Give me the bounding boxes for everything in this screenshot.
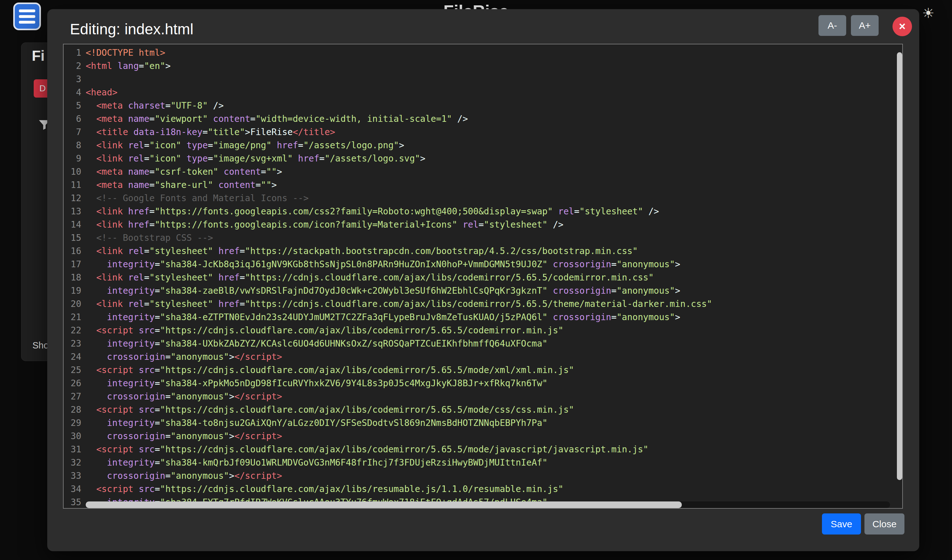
code-line[interactable]: crossorigin="anonymous"></script> — [86, 350, 902, 364]
logo-bar — [19, 21, 35, 24]
line-number: 9 — [63, 152, 81, 165]
code-line[interactable] — [86, 73, 902, 86]
line-number: 4 — [63, 86, 81, 99]
line-number: 20 — [63, 298, 81, 311]
sidebar-heading: Fi — [32, 47, 45, 64]
code-line[interactable]: crossorigin="anonymous"></script> — [86, 469, 902, 483]
code-line[interactable]: <!-- Bootstrap CSS --> — [86, 231, 902, 245]
modal-title: Editing: index.html — [70, 20, 193, 38]
line-number: 3 — [63, 73, 81, 86]
line-number: 26 — [63, 377, 81, 390]
code-line[interactable]: <meta name="share-url" content=""> — [86, 179, 902, 192]
line-number: 18 — [63, 271, 81, 284]
code-line[interactable]: <link rel="stylesheet" href="https://cdn… — [86, 271, 902, 284]
editor-gutter: 1234567891011121314151617181920212223242… — [63, 45, 85, 508]
line-number: 35 — [63, 496, 81, 509]
line-number: 29 — [63, 417, 81, 430]
code-line[interactable]: integrity="sha384-to8njsu2GAiXQnY/aLGzz0… — [86, 417, 902, 430]
code-line[interactable]: <script src="https://cdnjs.cloudflare.co… — [86, 483, 902, 496]
edit-file-modal: Editing: index.html A- A+ × 123456789101… — [47, 9, 919, 551]
code-line[interactable]: crossorigin="anonymous"></script> — [86, 390, 902, 403]
code-line[interactable]: <script src="https://cdnjs.cloudflare.co… — [86, 324, 902, 337]
line-number: 12 — [63, 192, 81, 205]
line-number: 33 — [63, 469, 81, 483]
code-line[interactable]: <!-- Google Fonts and Material Icons --> — [86, 192, 902, 205]
line-number: 28 — [63, 403, 81, 417]
horizontal-scrollbar[interactable] — [86, 501, 682, 508]
line-number: 16 — [63, 245, 81, 258]
code-line[interactable]: <link rel="stylesheet" href="https://cdn… — [86, 298, 902, 311]
code-line[interactable]: integrity="sha384-zaeBlB/vwYsDRSlFajnDd7… — [86, 284, 902, 298]
code-line[interactable]: integrity="sha384-JcKb8q3iqJ61gNV9KGb8th… — [86, 258, 902, 271]
line-number: 23 — [63, 337, 81, 350]
logo-bar — [19, 15, 35, 18]
line-number: 15 — [63, 231, 81, 245]
code-line[interactable]: integrity="sha384-xPpkMo5nDgD98fIcuRVYhx… — [86, 377, 902, 390]
font-increase-button[interactable]: A+ — [851, 15, 879, 36]
code-line[interactable]: integrity="sha384-UXbkZAbZYZ/KCAslc6UO4d… — [86, 337, 902, 350]
line-number: 17 — [63, 258, 81, 271]
code-line[interactable]: <meta charset="UTF-8" /> — [86, 99, 902, 113]
logo-bar — [19, 9, 35, 12]
code-line[interactable]: <html lang="en"> — [86, 60, 902, 73]
line-number: 2 — [63, 60, 81, 73]
code-line[interactable]: <link rel="icon" type="image/svg+xml" hr… — [86, 152, 902, 165]
line-number: 6 — [63, 113, 81, 126]
line-number: 13 — [63, 205, 81, 218]
code-line[interactable]: <script src="https://cdnjs.cloudflare.co… — [86, 403, 902, 417]
line-number: 7 — [63, 126, 81, 139]
line-number: 11 — [63, 179, 81, 192]
code-line[interactable]: <script src="https://cdnjs.cloudflare.co… — [86, 364, 902, 377]
code-line[interactable]: <link href="https://fonts.googleapis.com… — [86, 205, 902, 218]
line-number: 10 — [63, 165, 81, 179]
close-button[interactable]: Close — [864, 514, 904, 534]
code-line[interactable]: crossorigin="anonymous"></script> — [86, 430, 902, 443]
line-number: 22 — [63, 324, 81, 337]
line-number: 24 — [63, 350, 81, 364]
code-line[interactable]: <title data-i18n-key="title">FileRise</t… — [86, 126, 902, 139]
sidebar-footer-label: Sho — [32, 340, 49, 351]
close-icon[interactable]: × — [892, 17, 912, 36]
line-number: 32 — [63, 456, 81, 469]
line-number: 21 — [63, 311, 81, 324]
line-number: 27 — [63, 390, 81, 403]
code-line[interactable]: <link href="https://fonts.googleapis.com… — [86, 218, 902, 231]
code-line[interactable]: <meta name="csrf-token" content=""> — [86, 165, 902, 179]
code-line[interactable]: <link rel="stylesheet" href="https://sta… — [86, 245, 902, 258]
line-number: 14 — [63, 218, 81, 231]
line-number: 31 — [63, 443, 81, 456]
code-editor[interactable]: 1234567891011121314151617181920212223242… — [63, 44, 903, 509]
save-button[interactable]: Save — [822, 514, 861, 534]
app-logo[interactable] — [13, 3, 41, 30]
line-number: 34 — [63, 483, 81, 496]
line-number: 19 — [63, 284, 81, 298]
code-line[interactable]: <link rel="icon" type="image/png" href="… — [86, 139, 902, 152]
code-line[interactable]: <!DOCTYPE html> — [86, 46, 902, 60]
vertical-scrollbar[interactable] — [897, 52, 902, 480]
editor-code[interactable]: <!DOCTYPE html><html lang="en"><head> <m… — [85, 45, 902, 508]
code-line[interactable]: <head> — [86, 86, 902, 99]
code-line[interactable]: <script src="https://cdnjs.cloudflare.co… — [86, 443, 902, 456]
font-decrease-button[interactable]: A- — [819, 15, 846, 36]
line-number: 8 — [63, 139, 81, 152]
theme-toggle-sun-icon[interactable]: ☀ — [922, 5, 934, 21]
code-line[interactable]: integrity="sha384-kmQrbJf09Uo1WRLMDVGoVG… — [86, 456, 902, 469]
code-line[interactable]: integrity="sha384-eZTPTN0EvJdn23s24UDYJm… — [86, 311, 902, 324]
code-line[interactable]: <meta name="viewport" content="width=dev… — [86, 113, 902, 126]
line-number: 25 — [63, 364, 81, 377]
line-number: 5 — [63, 99, 81, 113]
line-number: 1 — [63, 46, 81, 60]
line-number: 30 — [63, 430, 81, 443]
